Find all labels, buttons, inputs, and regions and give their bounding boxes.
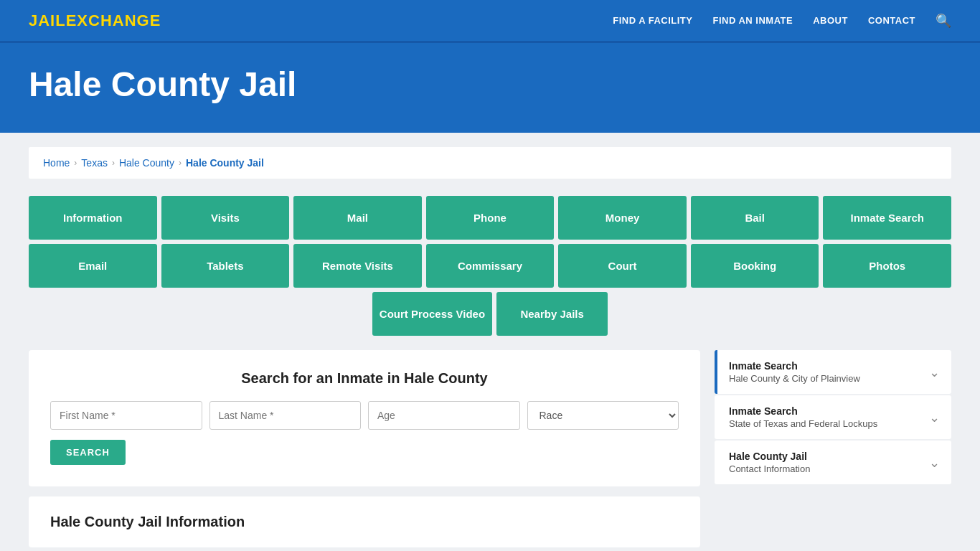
btn-mail[interactable]: Mail — [293, 196, 422, 240]
breadcrumb-home[interactable]: Home — [43, 157, 70, 169]
sidebar-card-subtitle-3: Contact Information — [729, 463, 810, 474]
search-icon[interactable]: 🔍 — [936, 13, 951, 29]
jail-info-title: Hale County Jail Information — [50, 514, 679, 530]
search-title: Search for an Inmate in Hale County — [50, 370, 679, 387]
btn-phone[interactable]: Phone — [426, 196, 555, 240]
btn-inmate-search[interactable]: Inmate Search — [823, 196, 951, 240]
sidebar-card-2: Inmate Search State of Texas and Federal… — [715, 395, 951, 439]
btn-booking[interactable]: Booking — [691, 244, 819, 288]
grid-row-3: Court Process Video Nearby Jails — [29, 292, 951, 336]
breadcrumb-sep-2: › — [112, 158, 115, 168]
breadcrumb-current: Hale County Jail — [186, 157, 264, 169]
chevron-down-icon-3: ⌄ — [929, 455, 940, 471]
sidebar-card-header-3[interactable]: Hale County Jail Contact Information ⌄ — [717, 441, 951, 484]
search-button[interactable]: SEARCH — [50, 440, 126, 465]
logo-part2: EXCHANGE — [66, 11, 161, 29]
sidebar-card-subtitle-1: Hale County & City of Plainview — [729, 373, 860, 384]
inmate-search-box: Search for an Inmate in Hale County Race… — [29, 350, 700, 486]
btn-commissary[interactable]: Commissary — [426, 244, 555, 288]
page-title: Hale County Jail — [29, 65, 951, 104]
nav-contact[interactable]: CONTACT — [868, 15, 915, 26]
last-name-input[interactable] — [209, 401, 362, 430]
search-form: Race White Black Hispanic Asian Other — [50, 401, 679, 430]
nav-find-inmate[interactable]: FIND AN INMATE — [712, 15, 793, 26]
sidebar-card-text-2: Inmate Search State of Texas and Federal… — [729, 405, 877, 429]
btn-bail[interactable]: Bail — [691, 196, 819, 240]
site-header: JAILEXCHANGE FIND A FACILITY FIND AN INM… — [0, 0, 980, 43]
breadcrumb-hale-county[interactable]: Hale County — [119, 157, 174, 169]
jail-info-section: Hale County Jail Information — [29, 496, 700, 547]
age-input[interactable] — [368, 401, 520, 430]
first-name-input[interactable] — [50, 401, 202, 430]
sidebar-card-subtitle-2: State of Texas and Federal Lockups — [729, 418, 877, 429]
btn-email[interactable]: Email — [29, 244, 157, 288]
grid-row-2: Email Tablets Remote Visits Commissary C… — [29, 244, 951, 288]
logo-part1: JAIL — [29, 11, 66, 29]
btn-remote-visits[interactable]: Remote Visits — [293, 244, 422, 288]
site-logo[interactable]: JAILEXCHANGE — [29, 11, 161, 30]
sidebar-card-title-2: Inmate Search — [729, 405, 877, 417]
sidebar-card-text-1: Inmate Search Hale County & City of Plai… — [729, 360, 860, 384]
race-select[interactable]: Race White Black Hispanic Asian Other — [527, 401, 679, 430]
btn-visits[interactable]: Visits — [161, 196, 290, 240]
content-area: Home › Texas › Hale County › Hale County… — [0, 133, 980, 551]
btn-court-process-video[interactable]: Court Process Video — [372, 292, 492, 336]
sidebar: Inmate Search Hale County & City of Plai… — [715, 350, 951, 486]
breadcrumb-texas[interactable]: Texas — [81, 157, 108, 169]
nav-about[interactable]: ABOUT — [813, 15, 848, 26]
btn-money[interactable]: Money — [558, 196, 687, 240]
sidebar-card-title-1: Inmate Search — [729, 360, 860, 372]
sidebar-card-title-3: Hale County Jail — [729, 451, 810, 462]
breadcrumb-sep-1: › — [74, 158, 77, 168]
sidebar-card-header-1[interactable]: Inmate Search Hale County & City of Plai… — [717, 350, 951, 394]
btn-photos[interactable]: Photos — [823, 244, 951, 288]
breadcrumb-sep-3: › — [179, 158, 182, 168]
breadcrumb: Home › Texas › Hale County › Hale County… — [29, 147, 951, 179]
main-nav: FIND A FACILITY FIND AN INMATE ABOUT CON… — [613, 13, 951, 29]
chevron-down-icon-1: ⌄ — [929, 364, 940, 380]
btn-tablets[interactable]: Tablets — [161, 244, 290, 288]
navigation-grid: Information Visits Mail Phone Money Bail… — [29, 196, 951, 336]
btn-nearby-jails[interactable]: Nearby Jails — [496, 292, 608, 336]
left-panel: Search for an Inmate in Hale County Race… — [29, 350, 700, 547]
sidebar-card-text-3: Hale County Jail Contact Information — [729, 451, 810, 474]
sidebar-card-3: Hale County Jail Contact Information ⌄ — [715, 441, 951, 484]
chevron-down-icon-2: ⌄ — [929, 410, 940, 425]
sidebar-card-header-2[interactable]: Inmate Search State of Texas and Federal… — [717, 395, 951, 439]
sidebar-card-1: Inmate Search Hale County & City of Plai… — [715, 350, 951, 394]
btn-court[interactable]: Court — [558, 244, 687, 288]
hero-section: Hale County Jail — [0, 43, 980, 133]
grid-row-1: Information Visits Mail Phone Money Bail… — [29, 196, 951, 240]
nav-find-facility[interactable]: FIND A FACILITY — [613, 15, 692, 26]
main-sidebar-layout: Search for an Inmate in Hale County Race… — [29, 350, 951, 547]
btn-information[interactable]: Information — [29, 196, 157, 240]
